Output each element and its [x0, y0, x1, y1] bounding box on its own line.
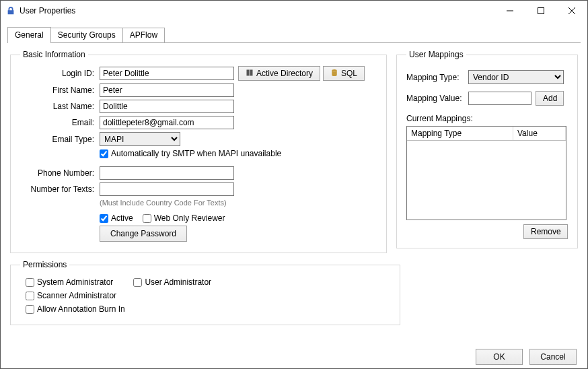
scanadmin-label: Scanner Administrator — [37, 291, 116, 300]
title-bar: User Properties — [1, 1, 587, 21]
last-name-label: Last Name: — [20, 102, 100, 111]
texts-input[interactable] — [100, 182, 234, 196]
useradmin-input[interactable] — [133, 278, 142, 287]
active-directory-button[interactable]: Active Directory — [238, 66, 320, 81]
dialog-footer: OK Cancel — [476, 349, 577, 365]
useradmin-checkbox[interactable]: User Administrator — [133, 277, 211, 287]
maximize-button[interactable] — [525, 1, 556, 21]
mapping-type-label: Mapping Type: — [406, 73, 468, 82]
sql-button[interactable]: SQL — [323, 66, 365, 81]
burn-input[interactable] — [26, 305, 34, 314]
close-button[interactable] — [556, 1, 587, 21]
first-name-input[interactable] — [100, 83, 234, 97]
web-only-label: Web Only Reviewer — [154, 213, 225, 223]
permissions-group: Permissions System Administrator User Ad… — [10, 260, 400, 325]
smtp-fallback-label: Automatically try SMTP when MAPI unavail… — [111, 149, 281, 158]
useradmin-label: User Administrator — [145, 277, 211, 287]
web-only-checkbox[interactable]: Web Only Reviewer — [143, 213, 225, 223]
phone-input[interactable] — [100, 166, 234, 180]
email-label: Email: — [20, 118, 100, 127]
user-mappings-group: User Mappings Mapping Type: Vendor ID Ma… — [396, 50, 578, 248]
burn-checkbox[interactable]: Allow Annotation Burn In — [26, 304, 390, 314]
email-type-label: Email Type: — [20, 135, 100, 144]
texts-label: Number for Texts: — [20, 184, 100, 194]
current-mappings-table[interactable]: Mapping Type Value — [406, 126, 566, 220]
cancel-button[interactable]: Cancel — [529, 349, 577, 365]
basic-information-legend: Basic Information — [20, 50, 88, 59]
burn-label: Allow Annotation Burn In — [37, 304, 125, 314]
mapping-value-label: Mapping Value: — [406, 94, 468, 103]
minimize-button[interactable] — [494, 1, 525, 21]
ok-button[interactable]: OK — [476, 349, 523, 365]
sysadmin-checkbox[interactable]: System Administrator — [26, 277, 113, 287]
active-label: Active — [111, 213, 133, 223]
sysadmin-label: System Administrator — [37, 277, 113, 287]
mappings-col-type[interactable]: Mapping Type — [407, 127, 513, 140]
sql-label: SQL — [341, 69, 357, 78]
tab-strip: General Security Groups APFlow — [7, 26, 581, 43]
scanadmin-checkbox[interactable]: Scanner Administrator — [26, 291, 390, 300]
user-mappings-legend: User Mappings — [406, 50, 466, 59]
svg-point-1 — [332, 69, 337, 71]
phone-label: Phone Number: — [20, 168, 100, 178]
active-checkbox[interactable]: Active — [100, 213, 133, 223]
remove-mapping-button[interactable]: Remove — [523, 224, 568, 239]
add-mapping-button[interactable]: Add — [536, 91, 564, 106]
last-name-input[interactable] — [100, 100, 234, 113]
tab-security-groups[interactable]: Security Groups — [50, 28, 123, 42]
login-id-input[interactable] — [100, 67, 234, 80]
mapping-value-input[interactable] — [468, 92, 531, 105]
sysadmin-input[interactable] — [26, 278, 34, 287]
scanadmin-input[interactable] — [26, 292, 34, 300]
web-only-input[interactable] — [143, 214, 151, 223]
smtp-fallback-input[interactable] — [100, 149, 108, 158]
change-password-button[interactable]: Change Password — [100, 226, 187, 242]
svg-rect-0 — [538, 8, 544, 14]
active-input[interactable] — [100, 214, 108, 223]
mapping-type-select[interactable]: Vendor ID — [468, 70, 564, 84]
lock-icon — [6, 6, 15, 15]
login-id-label: Login ID: — [20, 69, 100, 78]
texts-note: (Must Include Country Code For Texts) — [100, 199, 227, 207]
active-directory-label: Active Directory — [256, 69, 313, 78]
book-icon — [246, 69, 254, 79]
smtp-fallback-checkbox[interactable]: Automatically try SMTP when MAPI unavail… — [100, 149, 281, 158]
mappings-col-value[interactable]: Value — [513, 127, 566, 140]
window-title: User Properties — [20, 6, 75, 15]
tab-apflow[interactable]: APFlow — [122, 28, 165, 42]
permissions-legend: Permissions — [20, 260, 69, 269]
database-icon — [330, 69, 338, 79]
email-input[interactable] — [100, 116, 234, 129]
first-name-label: First Name: — [20, 86, 100, 95]
tab-general[interactable]: General — [7, 27, 51, 43]
current-mappings-label: Current Mappings: — [406, 114, 568, 123]
basic-information-group: Basic Information Login ID: Active Direc… — [10, 50, 387, 253]
email-type-select[interactable]: MAPI — [100, 132, 180, 146]
